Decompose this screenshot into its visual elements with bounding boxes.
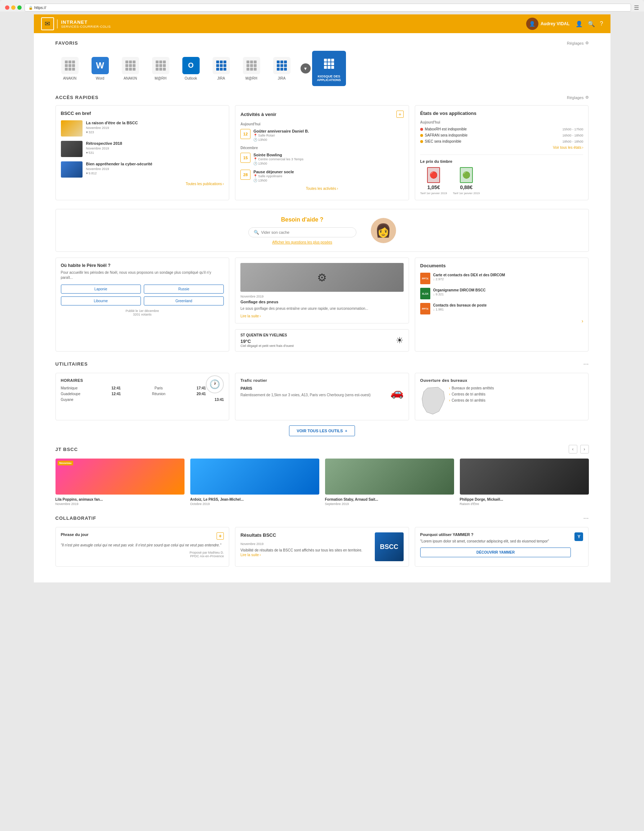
fav-item-marh2[interactable]: M@RH — [237, 53, 266, 84]
acces-settings[interactable]: Réglages ⚙ — [567, 95, 588, 100]
timbre-section: Le prix du timbre 🔴 1,05€ Tarif 1er janv… — [420, 154, 583, 195]
doc-item-2[interactable]: XLSX Organigramme DIRCOM BSCC ↓ 9.321 — [420, 288, 583, 299]
profile-icon[interactable]: 👤 — [575, 21, 583, 27]
jt-item-3[interactable]: Formation Staby, Arnaud Sait... Septembr… — [325, 458, 454, 506]
bscc-item-2[interactable]: Rétrospective 2018 Novembre 2019 ♥ 531 — [61, 141, 224, 157]
meteo-desc: Ciel dégagé et petit vent frais d'ouest — [241, 344, 294, 348]
etats-title: États de vos applications — [420, 111, 583, 116]
voir-outils-plus-icon: + — [345, 429, 347, 433]
bscc-thumb-1 — [61, 120, 83, 137]
toutes-pubs-link[interactable]: Toutes les publications › — [61, 182, 224, 186]
expand-button[interactable]: ▾ — [301, 64, 311, 73]
doc-name-2: Organigramme DIRCOM BSCC — [433, 288, 583, 293]
horaire-time-reunion: 20:41 — [197, 392, 206, 396]
timbre-label-2: Tarif 1er janvier 2019 — [453, 192, 480, 195]
status-dot-yellow-1 — [420, 134, 423, 137]
maximize-dot[interactable] — [17, 5, 22, 10]
poll-option-libourne[interactable]: Libourne — [61, 296, 141, 306]
jt-item-1[interactable]: Nouveau Lila Poppins, animaux fan... Nov… — [56, 458, 185, 506]
yammer-btn[interactable]: DÉCOUVRIR YAMMER — [420, 548, 571, 557]
ouverture-arrow-2: › — [449, 392, 450, 396]
kiosque-label: KIOSQUE DESAPPLICATIONS — [317, 75, 341, 82]
anakin2-icon — [122, 57, 139, 74]
jt-item-2[interactable]: Ardoiz, Le PASS, Jean-Michel... Octobre … — [190, 458, 319, 506]
fav-item-marh1[interactable]: M@RH — [146, 53, 175, 84]
browser-menu-icon[interactable]: ☰ — [634, 4, 639, 11]
timbre-item-2: 🟢 0,88€ Tarif 1er janvier 2019 — [453, 167, 480, 195]
fav-item-anakin1[interactable]: ANAKIN — [56, 53, 84, 84]
collab-title: COLLABORATIF — [56, 516, 97, 521]
horaire-time-paris: 17:41 — [197, 386, 206, 390]
activity-item-1[interactable]: 12 Goûter anniversaire Daniel B. 📍 Salle… — [241, 129, 403, 142]
voir-outils-btn[interactable]: VOIR TOUS LES OUTILS + — [289, 425, 355, 436]
close-dot[interactable] — [5, 5, 10, 10]
utilitaires-dots[interactable]: ··· — [583, 360, 588, 368]
ouverture-item-1[interactable]: › Bureaux de postes arrêtés — [449, 386, 494, 390]
help-icon[interactable]: ? — [600, 21, 603, 27]
aide-search-input[interactable] — [261, 230, 351, 234]
car-icon: 🚗 — [390, 386, 403, 399]
bscc-item-title-2: Rétrospective 2018 — [86, 141, 224, 146]
jt-title: JT BSCC — [56, 447, 78, 452]
main-content: FAVORIS Réglages ⚙ ANAKIN — [34, 33, 611, 583]
fav-item-word[interactable]: W Word — [86, 53, 115, 84]
jira1-icon — [213, 57, 230, 74]
add-activite-btn[interactable]: + — [397, 111, 403, 118]
phrase-add-btn[interactable]: + — [217, 532, 224, 540]
util-grid: HORAIRES 🕐 Martinique 12:41 Paris 17:41 … — [56, 373, 589, 420]
poll-option-greenland[interactable]: Greenland — [144, 296, 224, 306]
fav-item-kiosque[interactable]: KIOSQUE DESAPPLICATIONS — [312, 51, 346, 86]
user-avatar: 👤 — [526, 18, 539, 30]
jt-meta-3: Septembre 2019 — [325, 502, 454, 506]
fav-item-jira2[interactable]: JIRA — [268, 53, 296, 84]
phrase-title: Phrase du jour + — [61, 532, 224, 540]
ouverture-item-3[interactable]: › Centres de tri arrêtés — [449, 398, 494, 402]
etat-name-2: SAFRAN sera indisponible — [420, 133, 467, 137]
bscc-item-1[interactable]: La raison d'être de la BSCC Novembre 201… — [61, 120, 224, 137]
poll-title: Où habite le Père Noël ? — [61, 263, 224, 268]
doc-item-3[interactable]: PPTX Contacts des bureaux de poste ↓ 1.9… — [420, 303, 583, 314]
aide-questions-link[interactable]: Afficher les questions les plus posées — [248, 240, 356, 244]
gonflage-img: ⚙ — [241, 263, 403, 292]
activity-item-3[interactable]: 28 Pause déjeuner socle 📍 Salle Appolina… — [241, 170, 403, 182]
jt-prev-btn[interactable]: ‹ — [569, 445, 577, 454]
jt-item-4[interactable]: Philippe Dorge, Mickaël... Raison d'Être — [460, 458, 589, 506]
doc-item-1[interactable]: PPTX Carte et contacts des DEX et des DI… — [420, 273, 583, 284]
doc-more-arrow[interactable]: › — [582, 318, 583, 324]
gonflage-card: ⚙ Novembre 2019 Gonflage des pneus Le so… — [235, 258, 409, 323]
collab-dots[interactable]: ··· — [583, 514, 588, 522]
activity-item-2[interactable]: 15 Soirée Bowling 📍 Centre commercial le… — [241, 153, 403, 166]
user-name: Audrey VIDAL — [540, 21, 570, 26]
url-bar[interactable]: 🔒 https:// — [24, 3, 631, 11]
marh1-label: M@RH — [155, 76, 166, 80]
resultats-lire-suite[interactable]: Lire la suite › — [241, 553, 371, 557]
poll-option-laponie[interactable]: Laponie — [61, 285, 141, 294]
bscc-meta-3: Novembre 2019 — [86, 167, 224, 171]
activites-header: Activités à venir + — [241, 111, 403, 118]
ouverture-item-2[interactable]: › Centres de tri arrêtés — [449, 392, 494, 396]
favoris-settings[interactable]: Réglages ⚙ — [567, 41, 588, 45]
toutes-activites-link[interactable]: Toutes les activités › — [241, 186, 403, 191]
jt-grid: Nouveau Lila Poppins, animaux fan... Nov… — [56, 458, 589, 506]
poll-option-russie[interactable]: Russie — [144, 285, 224, 294]
doc-name-1: Carte et contacts des DEX et des DIRCOM — [433, 273, 583, 277]
bscc-item-3[interactable]: Bien appréhender la cyber-sécurité Novem… — [61, 161, 224, 178]
jt-next-btn[interactable]: › — [580, 445, 589, 454]
postal-logo-icon: ✉ — [45, 20, 50, 28]
timbre-title: Le prix du timbre — [420, 159, 583, 164]
header-user[interactable]: 👤 Audrey VIDAL — [526, 18, 570, 30]
minimize-dot[interactable] — [11, 5, 16, 10]
fav-item-jira1[interactable]: JIRA — [207, 53, 236, 84]
horaire-city-1: Martinique — [61, 386, 78, 390]
jt-thumb-1: Nouveau — [56, 458, 185, 495]
gonflage-lire-suite[interactable]: Lire la suite › — [241, 314, 403, 318]
fav-item-outlook[interactable]: O Outlook — [177, 53, 206, 84]
activity-time-3: 🕐 13h00 — [253, 179, 403, 182]
search-icon[interactable]: 🔍 — [588, 21, 595, 27]
aide-search-box[interactable]: 🔍 — [248, 227, 356, 237]
voir-etats-link[interactable]: Voir tous les états › — [420, 145, 583, 150]
fav-item-anakin2[interactable]: ANAKIN — [116, 53, 145, 84]
activity-loc-2: 📍 Centre commercial les 3 Temps — [253, 158, 403, 161]
ouverture-arrow-3: › — [449, 398, 450, 402]
bscc-likes-1: ♥ 323 — [86, 131, 224, 134]
